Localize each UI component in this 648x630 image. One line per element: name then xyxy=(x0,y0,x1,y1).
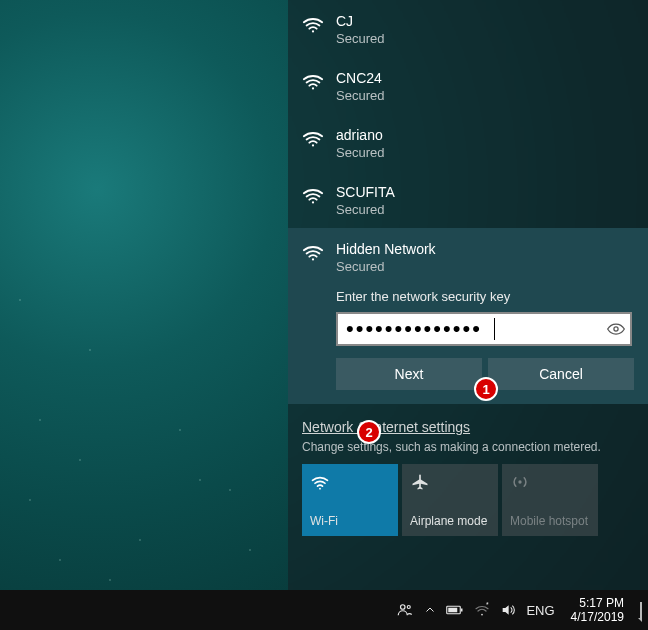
network-item[interactable]: SCUFITA Secured xyxy=(288,171,648,228)
settings-description: Change settings, such as making a connec… xyxy=(302,440,634,454)
network-item[interactable]: adriano Secured xyxy=(288,114,648,171)
desktop: CJ Secured CNC24 Secured adriano xyxy=(0,0,648,630)
network-status: Secured xyxy=(336,201,395,218)
wifi-icon xyxy=(302,185,324,207)
network-name: Hidden Network xyxy=(336,240,436,258)
network-status: Secured xyxy=(336,144,384,161)
network-status: Secured xyxy=(336,30,384,47)
mobile-hotspot-tile[interactable]: Mobile hotspot xyxy=(502,464,598,536)
svg-point-6 xyxy=(319,488,321,490)
battery-icon[interactable] xyxy=(446,604,464,616)
network-settings-link[interactable]: Network & Internet settings xyxy=(302,419,470,435)
wifi-icon xyxy=(310,472,390,492)
airplane-mode-tile[interactable]: Airplane mode xyxy=(402,464,498,536)
cancel-button[interactable]: Cancel xyxy=(488,358,634,390)
tray-chevron-up-icon[interactable] xyxy=(424,604,436,616)
action-center-icon[interactable] xyxy=(640,603,642,618)
people-icon[interactable] xyxy=(396,601,414,619)
svg-point-2 xyxy=(312,144,314,146)
tile-label: Mobile hotspot xyxy=(510,514,590,528)
network-item[interactable]: CNC24 Secured xyxy=(288,57,648,114)
security-key-prompt: Enter the network security key xyxy=(288,289,648,304)
annotation-badge-2: 2 xyxy=(357,420,381,444)
wifi-icon xyxy=(302,71,324,93)
svg-point-7 xyxy=(518,480,521,483)
svg-point-3 xyxy=(312,201,314,203)
airplane-icon xyxy=(410,472,490,492)
wifi-icon xyxy=(302,242,324,264)
network-status: Secured xyxy=(336,258,436,275)
quick-action-tiles: Wi-Fi Airplane mode Mobile hotspot xyxy=(288,464,648,544)
network-status: Secured xyxy=(336,87,384,104)
tile-label: Airplane mode xyxy=(410,514,490,528)
svg-rect-11 xyxy=(461,609,463,612)
svg-point-13 xyxy=(482,614,484,616)
svg-text:*: * xyxy=(486,602,489,608)
hotspot-icon xyxy=(510,472,590,492)
network-name: CJ xyxy=(336,12,384,30)
settings-section: Network & Internet settings Change setti… xyxy=(288,404,648,464)
reveal-password-icon[interactable] xyxy=(606,319,626,339)
svg-point-5 xyxy=(614,327,618,331)
svg-point-9 xyxy=(408,606,411,609)
next-button[interactable]: Next xyxy=(336,358,482,390)
network-name: SCUFITA xyxy=(336,183,395,201)
svg-point-0 xyxy=(312,30,314,32)
taskbar: * ENG 5:17 PM 4/17/2019 xyxy=(0,590,648,630)
svg-rect-12 xyxy=(449,608,458,613)
wifi-tile[interactable]: Wi-Fi xyxy=(302,464,398,536)
network-flyout: CJ Secured CNC24 Secured adriano xyxy=(288,0,648,590)
language-indicator[interactable]: ENG xyxy=(526,603,554,618)
text-cursor xyxy=(494,318,495,340)
network-name: CNC24 xyxy=(336,69,384,87)
svg-point-8 xyxy=(401,605,406,610)
network-item-selected[interactable]: Hidden Network Secured xyxy=(288,228,648,283)
wifi-icon xyxy=(302,128,324,150)
network-item[interactable]: CJ Secured xyxy=(288,0,648,57)
clock-time: 5:17 PM xyxy=(571,596,624,610)
taskbar-clock[interactable]: 5:17 PM 4/17/2019 xyxy=(571,596,624,624)
selected-network-panel: Hidden Network Secured Enter the network… xyxy=(288,228,648,404)
volume-icon[interactable] xyxy=(500,602,516,618)
clock-date: 4/17/2019 xyxy=(571,610,624,624)
network-list: CJ Secured CNC24 Secured adriano xyxy=(288,0,648,228)
network-name: adriano xyxy=(336,126,384,144)
annotation-badge-1: 1 xyxy=(474,377,498,401)
svg-point-4 xyxy=(312,258,314,260)
wifi-connecting-icon[interactable]: * xyxy=(474,602,490,618)
security-key-input[interactable] xyxy=(336,312,632,346)
wifi-icon xyxy=(302,14,324,36)
tile-label: Wi-Fi xyxy=(310,514,390,528)
svg-point-1 xyxy=(312,87,314,89)
